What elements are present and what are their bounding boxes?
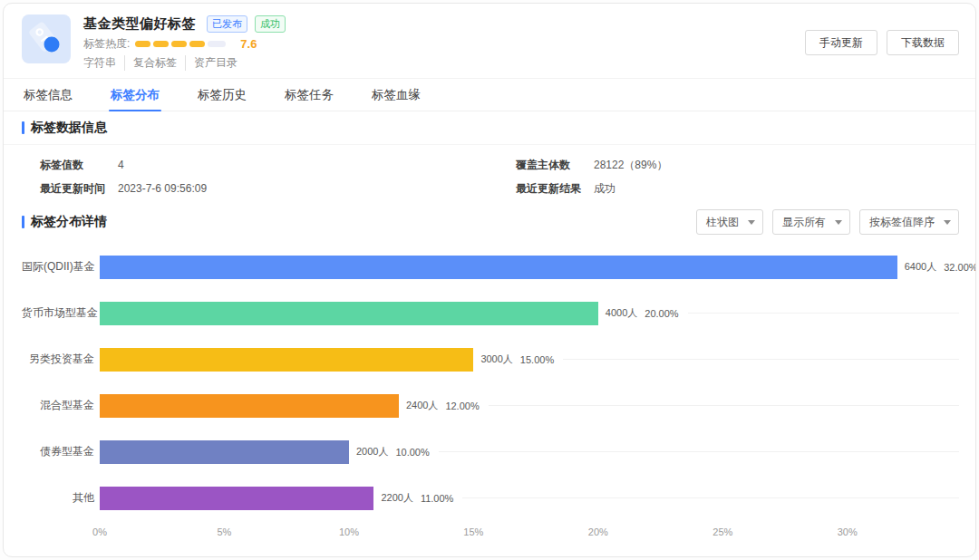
bar-value-people: 3000人	[480, 352, 512, 366]
heat-segment	[171, 41, 187, 47]
bar-track: 6400人 32.00%	[100, 256, 959, 279]
bar-row: 货币市场型基金 4000人 20.00%	[22, 290, 959, 336]
bar-value-people: 2400人	[406, 399, 438, 412]
bar-track: 2200人 11.00%	[100, 487, 959, 510]
tab-tag-lineage[interactable]: 标签血缘	[370, 79, 422, 111]
field-label: 最近更新时间	[40, 181, 105, 197]
leader-line	[439, 451, 959, 452]
bar[interactable]	[100, 256, 897, 279]
chart-type-select[interactable]: 柱状图	[696, 209, 763, 235]
heat-value: 7.6	[240, 37, 257, 51]
tab-bar: 标签信息 标签分布 标签历史 标签任务 标签血缘	[4, 79, 975, 111]
tab-tag-history[interactable]: 标签历史	[196, 79, 248, 111]
field-last-update-result: 最近更新结果 成功	[498, 181, 616, 197]
select-value: 柱状图	[706, 215, 739, 230]
published-status-badge: 已发布	[207, 15, 247, 33]
bar-value-percent: 12.00%	[445, 401, 479, 411]
axis-tick: 0%	[92, 526, 107, 537]
bar-track: 4000人 20.00%	[100, 302, 959, 325]
field-label: 最近更新结果	[516, 181, 581, 197]
select-value: 显示所有	[782, 215, 826, 230]
axis-tick: 25%	[712, 526, 732, 537]
chevron-down-icon	[944, 220, 951, 225]
category-label: 货币市场型基金	[22, 305, 94, 321]
category-label: 另类投资基金	[22, 352, 94, 367]
x-axis: 0% 5% 10% 15% 20% 25% 30%	[22, 521, 959, 543]
heat-segment	[189, 41, 205, 47]
tab-tag-distribution[interactable]: 标签分布	[109, 79, 161, 111]
manual-update-button[interactable]: 手动更新	[805, 30, 877, 55]
bar-value-percent: 20.00%	[645, 308, 678, 319]
heat-segment-empty	[208, 41, 226, 47]
bar-value-percent: 15.00%	[520, 354, 554, 365]
axis-track: 0% 5% 10% 15% 20% 25% 30%	[100, 521, 959, 543]
heat-segment	[135, 41, 150, 47]
chevron-down-icon	[748, 220, 755, 225]
category-label: 混合型基金	[22, 398, 94, 413]
bar-row: 混合型基金 2400人 12.00%	[22, 382, 959, 429]
tab-tag-tasks[interactable]: 标签任务	[283, 79, 335, 111]
tag-detail-card: 基金类型偏好标签 已发布 成功 标签热度: 7.6 字符串 复合标签 资产目录	[3, 3, 976, 557]
field-value: 成功	[594, 181, 616, 197]
chart-controls: 柱状图 显示所有 按标签值降序	[696, 209, 959, 235]
tag-data-info-section: 标签数据信息 标签值数 4 覆盖主体数 28122（89%） 最近更新时间 20…	[4, 111, 975, 202]
section-title-distribution: 标签分布详情	[22, 214, 107, 230]
chevron-down-icon	[835, 220, 842, 225]
axis-tick: 20%	[588, 526, 608, 537]
bar[interactable]	[100, 440, 349, 464]
heat-label: 标签热度:	[83, 36, 130, 52]
header-main: 基金类型偏好标签 已发布 成功 标签热度: 7.6 字符串 复合标签 资产目录	[83, 14, 805, 71]
field-value: 4	[118, 159, 124, 171]
download-data-button[interactable]: 下载数据	[887, 30, 959, 55]
category-label: 国际(QDII)基金	[22, 259, 94, 275]
bar-row: 其他 2200人 11.00%	[22, 475, 959, 521]
bar[interactable]	[100, 487, 373, 510]
page-title: 基金类型偏好标签	[83, 15, 196, 33]
bar-value-people: 2000人	[356, 445, 388, 459]
bar-value-people: 2200人	[381, 491, 412, 505]
axis-spacer	[22, 521, 100, 543]
display-filter-select[interactable]: 显示所有	[772, 209, 850, 235]
field-covered-entity-count: 覆盖主体数 28122（89%）	[498, 158, 667, 173]
bar[interactable]	[100, 394, 399, 418]
meta-data-type: 字符串	[83, 55, 116, 71]
section-title-text: 标签分布详情	[31, 214, 107, 230]
tag-icon	[22, 14, 71, 63]
field-tag-value-count: 标签值数 4	[22, 158, 498, 173]
header-actions: 手动更新 下载数据	[805, 30, 959, 55]
leader-line	[462, 497, 959, 498]
heat-meter	[135, 41, 226, 47]
bar-value-people: 4000人	[606, 306, 637, 320]
axis-tick: 15%	[463, 526, 483, 537]
axis-tick: 30%	[838, 526, 858, 537]
meta-asset-catalog: 资产目录	[185, 55, 237, 71]
distribution-bar-chart: 国际(QDII)基金 6400人 32.00% 货币市场型基金 4000人 20…	[4, 242, 975, 543]
section-title-data-info: 标签数据信息	[22, 120, 957, 136]
meta-tag-kind: 复合标签	[124, 55, 177, 71]
bar-track: 2000人 10.00%	[100, 440, 959, 464]
field-value: 2023-7-6 09:56:09	[118, 182, 207, 195]
section-accent-bar	[22, 121, 24, 134]
bar-row: 另类投资基金 3000人 15.00%	[22, 336, 959, 382]
distribution-section-header: 标签分布详情 柱状图 显示所有 按标签值降序	[4, 202, 975, 242]
bar-value-percent: 10.00%	[395, 447, 429, 458]
bar[interactable]	[100, 348, 473, 372]
category-label: 债券型基金	[22, 444, 94, 459]
tag-meta: 字符串 复合标签 资产目录	[83, 55, 805, 71]
bar-track: 2400人 12.00%	[100, 394, 959, 418]
tab-tag-info[interactable]: 标签信息	[22, 79, 74, 111]
bar-row: 国际(QDII)基金 6400人 32.00%	[22, 244, 959, 290]
field-label: 标签值数	[40, 158, 105, 173]
bar-value-percent: 11.00%	[421, 493, 454, 504]
axis-tick: 10%	[339, 526, 359, 537]
heat-segment	[153, 41, 169, 47]
category-label: 其他	[22, 490, 94, 506]
section-title-text: 标签数据信息	[31, 120, 107, 136]
select-value: 按标签值降序	[869, 215, 935, 230]
success-status-badge: 成功	[255, 15, 286, 33]
bar-value-people: 6400人	[905, 260, 936, 274]
sort-order-select[interactable]: 按标签值降序	[859, 209, 959, 235]
bar[interactable]	[100, 302, 598, 325]
axis-tick: 5%	[218, 526, 232, 537]
bar-value-percent: 32.00%	[944, 262, 976, 273]
